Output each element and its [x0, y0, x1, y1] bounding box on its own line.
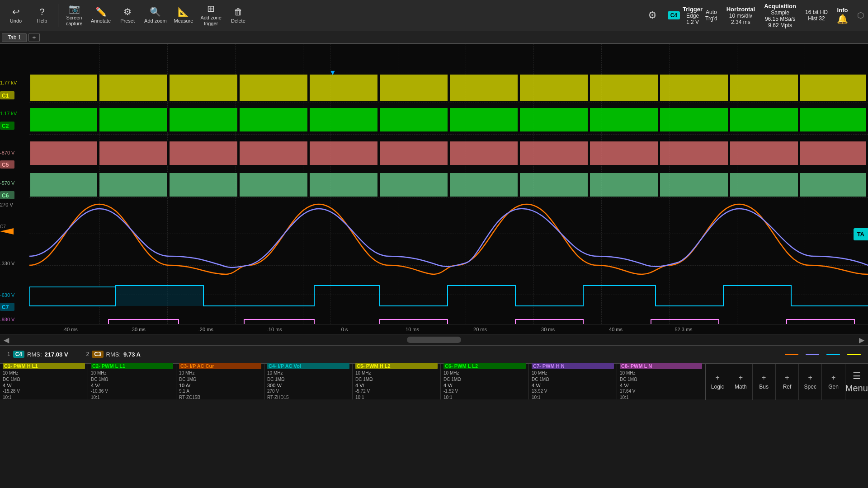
svg-rect-44	[97, 173, 99, 197]
svg-rect-39	[728, 141, 730, 165]
svg-marker-77	[0, 228, 14, 235]
c4-footer-coupling: DC 1MΩ	[267, 376, 349, 383]
svg-rect-33	[307, 141, 310, 165]
svg-rect-47	[307, 173, 310, 197]
channel-footer-c3[interactable]: C3- I/P AC Cur 10 MHz DC 1MΩ 10 A/ 9.1 A…	[176, 364, 264, 399]
svg-text:C1: C1	[2, 93, 9, 99]
c1-footer-freq: 10 MHz	[3, 370, 85, 376]
channel-footer-c4[interactable]: C4- I/P AC Vol 10 MHz DC 1MΩ 300 V/ 270 …	[264, 364, 353, 399]
time-label-7: 30 ms	[541, 327, 555, 332]
preset-button[interactable]: ⚙ Preset	[115, 2, 140, 29]
svg-rect-56	[29, 287, 115, 306]
c2-footer-name: C2- PWM L L1	[91, 363, 173, 369]
time-label-8: 40 ms	[609, 327, 623, 332]
svg-rect-45	[167, 173, 170, 197]
svg-rect-51	[588, 173, 590, 197]
gen-button[interactable]: + Gen	[821, 364, 844, 400]
acquisition-info: Acquisition Sample 96.15 MSa/s 9.62 Mpts	[764, 3, 796, 28]
svg-rect-25	[728, 108, 730, 131]
time-label-4: 0 s	[341, 327, 348, 332]
menu-button[interactable]: ☰ Menu	[845, 364, 868, 400]
gen-label: Gen	[828, 384, 839, 390]
svg-text:C5: C5	[2, 162, 9, 168]
bottom-right-buttons: + Logic + Math + Bus + Ref + Spec + Gen …	[705, 364, 868, 400]
channel-footer: C1- PWM H L1 10 MHz DC 1MΩ 4 V/ -15.28 V…	[0, 363, 868, 399]
add-zoom-label: Add zoom	[144, 18, 167, 23]
c8-footer-offset: 17.64 V	[620, 388, 702, 394]
add-zone-trigger-button[interactable]: ⊞ Add zonetrigger	[198, 2, 224, 29]
svg-rect-8	[518, 75, 520, 101]
c7-footer-scale: 4 V/	[532, 383, 614, 388]
annotate-button[interactable]: ✏️ Annotate	[88, 2, 113, 29]
svg-rect-37	[588, 141, 590, 165]
svg-rect-11	[728, 75, 730, 101]
svg-rect-34	[377, 141, 380, 165]
channel-footer-c8[interactable]: C8- PWM L N 10 MHz DC 1MΩ 4 V/ 17.64 V 1…	[617, 364, 705, 399]
c3-footer-freq: 10 MHz	[179, 370, 261, 376]
zone-trigger-icon: ⊞	[207, 4, 215, 13]
add-tab-button[interactable]: +	[28, 33, 39, 42]
c3-footer-name: C3- I/P AC Cur	[179, 363, 261, 369]
c5-footer-offset: -5.72 V	[355, 388, 438, 394]
tab-bar: Tab 1 +	[0, 31, 868, 44]
bell-icon[interactable]: 🔔	[837, 14, 848, 24]
svg-rect-35	[448, 141, 450, 165]
help-button[interactable]: ? Help	[30, 2, 54, 29]
zoom-icon: 🔍	[150, 7, 161, 16]
acquisition-type: Sample	[771, 9, 789, 16]
screen-capture-button[interactable]: 📷 Screencapture	[62, 2, 86, 29]
c4-footer-offset: 270 V	[267, 388, 349, 394]
c5-footer-freq: 10 MHz	[355, 370, 438, 376]
c1-footer-scale: 4 V/	[3, 383, 85, 388]
logic-button[interactable]: + Logic	[706, 364, 729, 400]
svg-rect-17	[167, 108, 170, 131]
svg-rect-2	[97, 75, 99, 101]
svg-rect-10	[658, 75, 660, 101]
trigger-channel-badge[interactable]: C4	[668, 11, 680, 19]
channel-footer-c1[interactable]: C1- PWM H L1 10 MHz DC 1MΩ 4 V/ -15.28 V…	[0, 364, 88, 399]
spec-label: Spec	[804, 384, 816, 390]
scroll-left-arrow[interactable]: ◀	[4, 336, 9, 344]
c8-footer-scale: 4 V/	[620, 383, 702, 388]
channel-footer-c2[interactable]: C2- PWM L L1 10 MHz DC 1MΩ 4 V/ -10.36 V…	[88, 364, 176, 399]
c3-footer-offset: 9.1 A	[179, 388, 261, 394]
c7-footer-coupling: DC 1MΩ	[532, 376, 614, 383]
channel-footer-c5[interactable]: C5- PWM H L2 10 MHz DC 1MΩ 4 V/ -5.72 V …	[353, 364, 441, 399]
scroll-bar: ◀ ▶	[0, 334, 868, 345]
meas-1-type: RMS:	[27, 351, 42, 358]
horizontal-info: Horizontal 10 ms/div 2.34 ms	[726, 6, 755, 25]
ref-button[interactable]: + Ref	[775, 364, 798, 400]
camera-icon: 📷	[69, 4, 80, 13]
channel-footer-c6[interactable]: C6- PWM L L2 10 MHz DC 1MΩ 4 V/ -1.52 V …	[441, 364, 529, 399]
scroll-thumb[interactable]	[407, 337, 461, 343]
time-label-6: 20 ms	[473, 327, 487, 332]
ref-label: Ref	[783, 384, 792, 390]
svg-rect-27	[866, 108, 868, 131]
time-label-9: 52.3 ms	[675, 327, 692, 332]
measure-button[interactable]: 📐 Measure	[171, 2, 196, 29]
channel-footer-c7[interactable]: C7- PWM H N 10 MHz DC 1MΩ 4 V/ 13.92 V 1…	[529, 364, 617, 399]
svg-rect-3	[167, 75, 170, 101]
settings-icon[interactable]: ⚙	[646, 8, 659, 23]
svg-text:-870 V: -870 V	[0, 150, 15, 155]
bus-button[interactable]: + Bus	[752, 364, 775, 400]
svg-rect-31	[167, 141, 170, 165]
delete-label: Delete	[231, 18, 245, 23]
svg-rect-43	[29, 173, 30, 197]
delete-button[interactable]: 🗑 Delete	[226, 2, 250, 29]
math-button[interactable]: + Math	[729, 364, 752, 400]
svg-rect-50	[518, 173, 520, 197]
tab-1[interactable]: Tab 1	[2, 33, 27, 42]
c1-footer-offset: -15.28 V	[3, 388, 85, 394]
add-zoom-button[interactable]: 🔍 Add zoom	[142, 2, 170, 29]
undo-button[interactable]: ↩ Undo	[4, 2, 28, 29]
spec-button[interactable]: + Spec	[798, 364, 821, 400]
c8-footer-name: C8- PWM L N	[620, 363, 702, 369]
logic-plus-icon: +	[715, 374, 719, 382]
menu-label: Menu	[845, 383, 868, 394]
trigger-level: 1.2 V	[686, 19, 699, 25]
toolbar: ↩ Undo ? Help 📷 Screencapture ✏️ Annotat…	[0, 0, 868, 31]
math-plus-icon: +	[739, 374, 743, 382]
scroll-right-arrow[interactable]: ▶	[859, 336, 864, 344]
c4-footer-scale: 300 V/	[267, 383, 349, 388]
